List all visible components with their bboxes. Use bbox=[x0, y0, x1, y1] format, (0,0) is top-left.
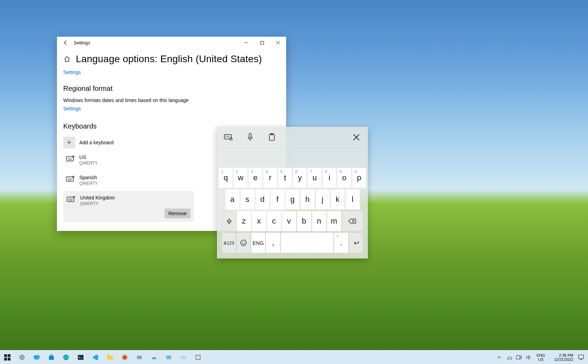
key-b[interactable]: b bbox=[297, 211, 311, 231]
maximize-button[interactable] bbox=[254, 37, 270, 49]
key-g[interactable]: g bbox=[285, 189, 300, 210]
svg-rect-52 bbox=[107, 355, 110, 356]
key-t[interactable]: t5 bbox=[278, 168, 292, 188]
plus-icon: + bbox=[63, 137, 75, 148]
svg-rect-57 bbox=[181, 356, 186, 359]
remove-button[interactable]: Remove bbox=[165, 209, 190, 218]
add-keyboard-label: Add a keyboard bbox=[79, 140, 114, 145]
app-icon-5[interactable] bbox=[191, 350, 205, 364]
key-x[interactable]: x bbox=[252, 211, 266, 231]
key-l[interactable]: l bbox=[346, 189, 360, 210]
svg-point-37 bbox=[241, 240, 246, 246]
back-button[interactable] bbox=[60, 37, 72, 49]
home-icon[interactable] bbox=[63, 55, 71, 63]
app-icon-1[interactable] bbox=[132, 350, 147, 364]
tray-chevron-icon[interactable] bbox=[496, 354, 503, 361]
key-c[interactable]: c bbox=[267, 211, 281, 231]
taskbar: ENG US 2:36 PM 12/21/2022 bbox=[0, 350, 588, 364]
edge-icon[interactable] bbox=[59, 350, 73, 364]
firefox-icon[interactable] bbox=[117, 350, 132, 364]
key-e[interactable]: e3 bbox=[248, 168, 262, 188]
backspace-key[interactable] bbox=[342, 211, 363, 231]
app-icon-4[interactable] bbox=[176, 350, 191, 364]
tray-volume-icon[interactable] bbox=[525, 354, 532, 361]
svg-rect-48 bbox=[49, 356, 54, 360]
key-u[interactable]: u7 bbox=[307, 168, 321, 188]
titlebar: Settings bbox=[57, 37, 286, 49]
key-a[interactable]: a bbox=[225, 189, 240, 210]
key-n[interactable]: n bbox=[312, 211, 326, 231]
svg-rect-46 bbox=[34, 355, 39, 359]
close-button[interactable] bbox=[270, 37, 286, 49]
key-s[interactable]: s bbox=[240, 189, 255, 210]
svg-point-32 bbox=[231, 139, 231, 139]
keyboard-layout: QWERTY bbox=[80, 201, 115, 206]
key-j[interactable]: j bbox=[315, 189, 330, 210]
clipboard-icon[interactable] bbox=[267, 133, 276, 142]
task-view-icon[interactable] bbox=[29, 350, 44, 364]
vscode-icon[interactable] bbox=[88, 350, 103, 364]
tray-meet-icon[interactable] bbox=[515, 354, 522, 361]
minimize-button[interactable] bbox=[238, 37, 254, 49]
keyboard-settings-icon[interactable] bbox=[224, 133, 233, 142]
keyboard-name: United Kingdom bbox=[80, 195, 115, 201]
key-o[interactable]: o9 bbox=[337, 168, 351, 188]
svg-point-45 bbox=[21, 357, 23, 358]
key-h[interactable]: h bbox=[300, 189, 315, 210]
clock-time: 2:36 PM bbox=[550, 353, 573, 357]
key-q[interactable]: q1 bbox=[219, 168, 233, 188]
settings-taskbar-icon[interactable] bbox=[15, 350, 29, 364]
svg-point-39 bbox=[244, 242, 245, 242]
key-v[interactable]: v bbox=[282, 211, 296, 231]
regional-settings-link[interactable]: Settings bbox=[63, 106, 81, 111]
svg-point-54 bbox=[123, 356, 126, 359]
key-k[interactable]: k bbox=[331, 189, 345, 210]
key-y[interactable]: y6 bbox=[293, 168, 307, 188]
svg-rect-60 bbox=[579, 355, 583, 359]
app-icon-2[interactable] bbox=[147, 350, 161, 364]
keyboard-layout: QWERTY bbox=[79, 181, 97, 186]
keyboard-item[interactable]: United KingdomQWERTYRemove bbox=[63, 191, 194, 222]
svg-rect-1 bbox=[261, 41, 264, 44]
regional-format-heading: Regional format bbox=[63, 85, 280, 93]
space-key[interactable] bbox=[281, 233, 333, 253]
svg-rect-41 bbox=[8, 354, 10, 357]
key-i[interactable]: i8 bbox=[322, 168, 336, 188]
symbols-key[interactable]: &123 bbox=[222, 233, 236, 253]
svg-rect-55 bbox=[137, 356, 142, 359]
language-indicator[interactable]: ENG US bbox=[535, 353, 547, 362]
comma-key[interactable]: , bbox=[266, 233, 280, 253]
action-center-icon[interactable] bbox=[576, 350, 586, 364]
file-explorer-icon[interactable] bbox=[103, 350, 117, 364]
terminal-icon[interactable] bbox=[73, 350, 88, 364]
clock[interactable]: 2:36 PM 12/21/2022 bbox=[550, 353, 573, 362]
svg-rect-50 bbox=[78, 355, 84, 360]
settings-link[interactable]: Settings bbox=[63, 70, 81, 75]
keyboard-layout: QWERTY bbox=[79, 160, 97, 166]
enter-key[interactable] bbox=[349, 233, 363, 253]
key-r[interactable]: r4 bbox=[263, 168, 277, 188]
key-f[interactable]: f bbox=[270, 189, 285, 210]
keyboard-name: Spanish bbox=[79, 174, 97, 181]
keyboard-icon bbox=[66, 195, 76, 203]
keyboard-close-button[interactable] bbox=[352, 133, 361, 142]
store-icon[interactable] bbox=[44, 350, 59, 364]
tray-cloud-icon[interactable] bbox=[506, 354, 513, 361]
page-title: Language options: English (United States… bbox=[76, 53, 262, 65]
key-w[interactable]: w2 bbox=[233, 168, 247, 188]
microphone-icon[interactable] bbox=[246, 133, 255, 142]
svg-rect-56 bbox=[166, 356, 171, 359]
svg-rect-42 bbox=[4, 358, 7, 361]
window-title: Settings bbox=[74, 40, 90, 45]
key-p[interactable]: p0 bbox=[352, 168, 366, 188]
app-icon-3[interactable] bbox=[161, 350, 176, 364]
language-key[interactable]: ENG bbox=[251, 233, 265, 253]
key-m[interactable]: m bbox=[327, 211, 341, 231]
key-d[interactable]: d bbox=[255, 189, 270, 210]
key-z[interactable]: z bbox=[237, 211, 251, 231]
on-screen-keyboard: q1w2e3r4t5y6u7i8o9p0 asdfghjkl zxcvbnm &… bbox=[217, 127, 368, 259]
period-key[interactable]: .? bbox=[334, 233, 348, 253]
start-button[interactable] bbox=[0, 350, 15, 364]
emoji-key[interactable] bbox=[237, 233, 251, 253]
shift-key[interactable] bbox=[222, 211, 236, 231]
